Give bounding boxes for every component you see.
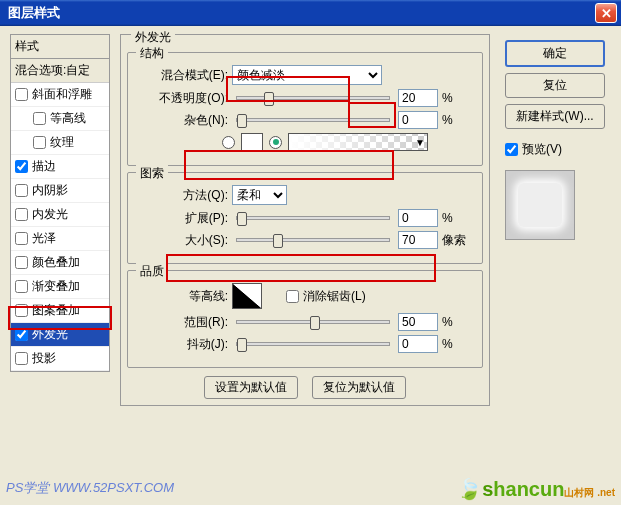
spread-label: 扩展(P): — [138, 210, 228, 227]
solid-color-radio[interactable] — [222, 136, 235, 149]
sidebar-item-label: 颜色叠加 — [32, 254, 80, 271]
range-slider[interactable] — [236, 320, 390, 324]
opacity-input[interactable] — [398, 89, 438, 107]
opacity-unit: % — [442, 91, 472, 105]
size-input[interactable] — [398, 231, 438, 249]
noise-input[interactable] — [398, 111, 438, 129]
sidebar-item-drop-shadow[interactable]: 投影 — [11, 347, 109, 371]
glow-color-choice: ▼ — [222, 133, 428, 151]
right-column: 确定 复位 新建样式(W)... 预览(V) — [505, 40, 605, 240]
bevel-checkbox[interactable] — [15, 88, 28, 101]
blend-mode-label: 混合模式(E): — [138, 67, 228, 84]
sidebar-item-label: 图案叠加 — [32, 302, 80, 319]
structure-group: 结构 混合模式(E): 颜色减淡 不透明度(O): % 杂色(N): % — [127, 52, 483, 166]
preview-checkbox[interactable] — [505, 143, 518, 156]
jitter-slider[interactable] — [236, 342, 390, 346]
contour-label: 等高线: — [138, 288, 228, 305]
elements-group: 图索 方法(Q): 柔和 扩展(P): % 大小(S): 像索 — [127, 172, 483, 264]
inner-shadow-checkbox[interactable] — [15, 184, 28, 197]
sidebar-item-inner-glow[interactable]: 内发光 — [11, 203, 109, 227]
noise-unit: % — [442, 113, 472, 127]
blend-mode-select[interactable]: 颜色减淡 — [232, 65, 382, 85]
antialias-label: 消除锯齿(L) — [303, 288, 366, 305]
jitter-label: 抖动(J): — [138, 336, 228, 353]
technique-label: 方法(Q): — [138, 187, 228, 204]
outer-glow-group: 外发光 结构 混合模式(E): 颜色减淡 不透明度(O): % 杂色(N): % — [120, 34, 490, 406]
elements-title: 图索 — [136, 165, 168, 182]
sidebar-header: 样式 — [11, 35, 109, 59]
sidebar-item-label: 外发光 — [32, 326, 68, 343]
solid-color-swatch[interactable] — [241, 133, 263, 151]
satin-checkbox[interactable] — [15, 232, 28, 245]
sidebar-item-label: 等高线 — [50, 110, 86, 127]
pattern-overlay-checkbox[interactable] — [15, 304, 28, 317]
sidebar-item-label: 投影 — [32, 350, 56, 367]
sidebar-item-label: 斜面和浮雕 — [32, 86, 92, 103]
quality-title: 品质 — [136, 263, 168, 280]
sidebar-item-label: 内发光 — [32, 206, 68, 223]
opacity-label: 不透明度(O): — [138, 90, 228, 107]
size-label: 大小(S): — [138, 232, 228, 249]
sidebar-item-label: 光泽 — [32, 230, 56, 247]
styles-sidebar: 样式 混合选项:自定 斜面和浮雕 等高线 纹理 描边 内阴影 内发光 光泽 颜色… — [10, 34, 110, 372]
structure-title: 结构 — [136, 45, 168, 62]
ok-button[interactable]: 确定 — [505, 40, 605, 67]
sidebar-item-label: 纹理 — [50, 134, 74, 151]
sidebar-item-outer-glow[interactable]: 外发光 — [11, 323, 109, 347]
technique-select[interactable]: 柔和 — [232, 185, 287, 205]
sidebar-item-inner-shadow[interactable]: 内阴影 — [11, 179, 109, 203]
stroke-checkbox[interactable] — [15, 160, 28, 173]
set-default-button[interactable]: 设置为默认值 — [204, 376, 298, 399]
jitter-input[interactable] — [398, 335, 438, 353]
drop-shadow-checkbox[interactable] — [15, 352, 28, 365]
range-input[interactable] — [398, 313, 438, 331]
range-unit: % — [442, 315, 472, 329]
sidebar-item-label: 内阴影 — [32, 182, 68, 199]
chevron-down-icon: ▼ — [415, 137, 425, 148]
gradient-picker[interactable]: ▼ — [288, 133, 428, 151]
spread-slider[interactable] — [236, 216, 390, 220]
outer-glow-checkbox[interactable] — [15, 328, 28, 341]
noise-slider[interactable] — [236, 118, 390, 122]
close-button[interactable]: ✕ — [595, 3, 617, 23]
spread-input[interactable] — [398, 209, 438, 227]
main-panel: 外发光 结构 混合模式(E): 颜色减淡 不透明度(O): % 杂色(N): % — [120, 34, 490, 406]
leaf-icon: 🍃 — [457, 478, 482, 500]
texture-checkbox[interactable] — [33, 136, 46, 149]
window-title: 图层样式 — [4, 4, 595, 22]
sidebar-item-texture[interactable]: 纹理 — [11, 131, 109, 155]
gradient-radio[interactable] — [269, 136, 282, 149]
preview-thumbnail — [505, 170, 575, 240]
cancel-button[interactable]: 复位 — [505, 73, 605, 98]
inner-glow-checkbox[interactable] — [15, 208, 28, 221]
size-slider[interactable] — [236, 238, 390, 242]
outer-glow-title: 外发光 — [131, 29, 175, 46]
gradient-overlay-checkbox[interactable] — [15, 280, 28, 293]
sidebar-item-color-overlay[interactable]: 颜色叠加 — [11, 251, 109, 275]
reset-default-button[interactable]: 复位为默认值 — [312, 376, 406, 399]
watermark-shancun: 🍃shancun山村网 .net — [457, 477, 615, 501]
new-style-button[interactable]: 新建样式(W)... — [505, 104, 605, 129]
sidebar-item-gradient-overlay[interactable]: 渐变叠加 — [11, 275, 109, 299]
jitter-unit: % — [442, 337, 472, 351]
preview-label: 预览(V) — [522, 141, 562, 158]
quality-group: 品质 等高线: 消除锯齿(L) 范围(R): % 抖动(J): % — [127, 270, 483, 368]
sidebar-item-pattern-overlay[interactable]: 图案叠加 — [11, 299, 109, 323]
contour-checkbox[interactable] — [33, 112, 46, 125]
sidebar-item-label: 描边 — [32, 158, 56, 175]
contour-picker[interactable] — [232, 283, 262, 309]
opacity-slider[interactable] — [236, 96, 390, 100]
color-overlay-checkbox[interactable] — [15, 256, 28, 269]
size-unit: 像索 — [442, 232, 472, 249]
range-label: 范围(R): — [138, 314, 228, 331]
sidebar-item-label: 渐变叠加 — [32, 278, 80, 295]
noise-label: 杂色(N): — [138, 112, 228, 129]
sidebar-item-contour[interactable]: 等高线 — [11, 107, 109, 131]
sidebar-item-satin[interactable]: 光泽 — [11, 227, 109, 251]
antialias-checkbox[interactable] — [286, 290, 299, 303]
watermark-psxt: PS学堂 WWW.52PSXT.COM — [6, 479, 174, 497]
sidebar-item-stroke[interactable]: 描边 — [11, 155, 109, 179]
sidebar-blend-options[interactable]: 混合选项:自定 — [11, 59, 109, 83]
sidebar-item-bevel[interactable]: 斜面和浮雕 — [11, 83, 109, 107]
spread-unit: % — [442, 211, 472, 225]
